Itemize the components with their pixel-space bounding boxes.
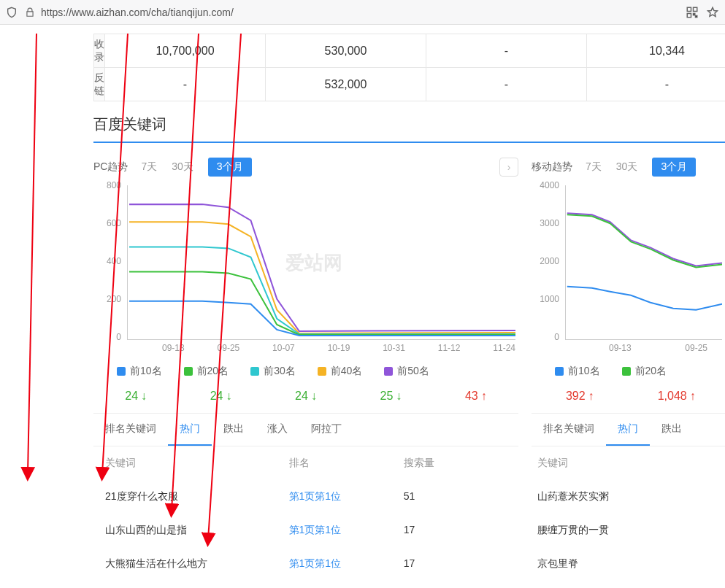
shield-icon [6,7,18,18]
stat-cell: - [426,34,587,68]
ytick: 400 [107,256,121,266]
mobile-keyword-table: 关键词 山药薏米芡实粥 腰缠万贯的一贯 京包里脊 [532,446,725,581]
legend-item: 前10名 [555,365,600,378]
tab-hot[interactable]: 热门 [606,414,650,446]
stats-table: 收录 10,700,000 530,000 - 10,344 反链 - 532,… [93,34,725,101]
rank-value: 24 [93,390,178,403]
rank-value: 392 [532,390,629,403]
rank-value: 1,048 [629,390,726,403]
tab-drop[interactable]: 跌出 [650,414,694,446]
pc-tabs: 排名关键词 热门 跌出 涨入 阿拉丁 [93,414,518,446]
stat-cell: 10,700,000 [105,34,266,68]
ytick: 200 [107,294,121,304]
volume-cell: 17 [404,557,518,570]
xtick: 10-31 [383,343,405,357]
table-row: 收录 10,700,000 530,000 - 10,344 [94,34,726,68]
svg-rect-0 [687,7,691,11]
table-row: 山药薏米芡实粥 [532,480,725,514]
keyword-cell[interactable]: 山药薏米芡实粥 [532,490,725,503]
svg-rect-2 [687,13,691,17]
svg-rect-1 [694,7,697,11]
stat-cell: - [426,68,587,101]
tab-rank-keywords[interactable]: 排名关键词 [532,414,606,446]
range-30d[interactable]: 30天 [172,160,193,174]
row-label: 反链 [94,68,105,101]
tab-rise[interactable]: 涨入 [256,414,299,446]
col-header: 关键词 [93,457,289,470]
col-header: 搜索量 [404,457,518,470]
pc-keyword-table: 关键词 排名 搜索量 21度穿什么衣服 第1页第1位 51 山东山西的山是指 第… [93,446,518,581]
star-icon[interactable] [706,6,719,19]
mobile-tabs: 排名关键词 热门 跌出 [532,414,725,446]
rank-value: 43 [434,390,518,403]
range-30d[interactable]: 30天 [616,160,638,174]
legend-item: 前20名 [622,365,667,378]
keyword-cell[interactable]: 京包里脊 [532,557,725,570]
ytick: 3000 [540,218,559,228]
url-text[interactable]: https://www.aizhan.com/cha/tianqijun.com… [41,7,678,18]
legend-item: 前20名 [184,365,229,378]
col-header: 排名 [289,457,404,470]
mobile-chart-lines [566,185,722,339]
rank-cell[interactable]: 第1页第1位 [289,557,404,570]
xtick: 09-13 [609,343,632,357]
ytick: 800 [107,180,121,190]
chevron-right-icon[interactable]: › [499,158,518,177]
xtick: 10-07 [272,343,295,357]
pc-rank-row: 24 24 24 25 43 [93,384,518,414]
table-row: 腰缠万贯的一贯 [532,514,725,547]
mobile-panel: 移动趋势 7天 30天 3个月 4000 3000 2000 1000 0 [532,155,725,581]
pc-panel: PC趋势 7天 30天 3个月 › 800 600 400 200 0 爱站网 [93,155,518,581]
row-label: 收录 [94,34,105,68]
range-7d[interactable]: 7天 [586,160,602,174]
section-title: 百度关键词 [93,101,725,143]
table-row: 大熊猫生活在什么地方 第1页第1位 17 [93,547,518,581]
xtick: 11-12 [438,343,461,357]
rank-value: 24 [264,390,348,403]
keyword-cell[interactable]: 山东山西的山是指 [93,524,289,537]
pc-trend-label: PC趋势 [93,160,128,174]
xtick: 09-13 [162,343,185,357]
table-row: 山东山西的山是指 第1页第1位 17 [93,514,518,547]
legend-item: 前30名 [250,365,296,378]
stat-cell: - [587,68,726,101]
col-header: 关键词 [532,457,725,470]
xtick: 09-25 [218,343,240,357]
keyword-cell[interactable]: 腰缠万贯的一贯 [532,524,725,537]
lock-icon [25,7,35,18]
range-3m[interactable]: 3个月 [652,158,696,177]
stat-cell: 10,344 [587,34,726,68]
ytick: 600 [107,218,121,228]
rank-cell[interactable]: 第1页第1位 [289,490,404,503]
table-row: 京包里脊 [532,547,725,581]
keyword-cell[interactable]: 21度穿什么衣服 [93,490,289,503]
browser-address-bar: https://www.aizhan.com/cha/tianqijun.com… [0,0,725,25]
qr-icon[interactable] [686,6,699,19]
range-7d[interactable]: 7天 [141,160,157,174]
keyword-cell[interactable]: 大熊猫生活在什么地方 [93,557,289,570]
svg-line-3 [28,34,37,474]
table-row: 反链 - 532,000 - - [94,68,726,101]
pc-chart: 800 600 400 200 0 爱站网 [93,182,518,357]
xtick: 10-19 [328,343,350,357]
tab-rank-keywords[interactable]: 排名关键词 [93,414,168,446]
tab-drop[interactable]: 跌出 [212,414,256,446]
rank-value: 24 [178,390,263,403]
stat-cell: 532,000 [266,68,426,101]
xtick: 11-24 [493,343,515,357]
rank-cell[interactable]: 第1页第1位 [289,524,404,537]
mobile-trend-label: 移动趋势 [532,160,572,174]
ytick: 1000 [540,294,559,304]
rank-value: 25 [348,390,433,403]
tab-aladdin[interactable]: 阿拉丁 [299,414,353,446]
stat-cell: 530,000 [266,34,426,68]
volume-cell: 17 [404,524,518,537]
mobile-chart: 4000 3000 2000 1000 0 09-13 09-25 [532,182,725,357]
range-3m[interactable]: 3个月 [208,158,252,177]
table-row: 21度穿什么衣服 第1页第1位 51 [93,480,518,514]
pc-legend: 前10名 前20名 前30名 前40名 前50名 [93,357,518,384]
mobile-rank-row: 392 1,048 [532,384,725,414]
legend-item: 前10名 [117,365,162,378]
tab-hot[interactable]: 热门 [168,414,212,446]
ytick: 0 [554,332,559,342]
